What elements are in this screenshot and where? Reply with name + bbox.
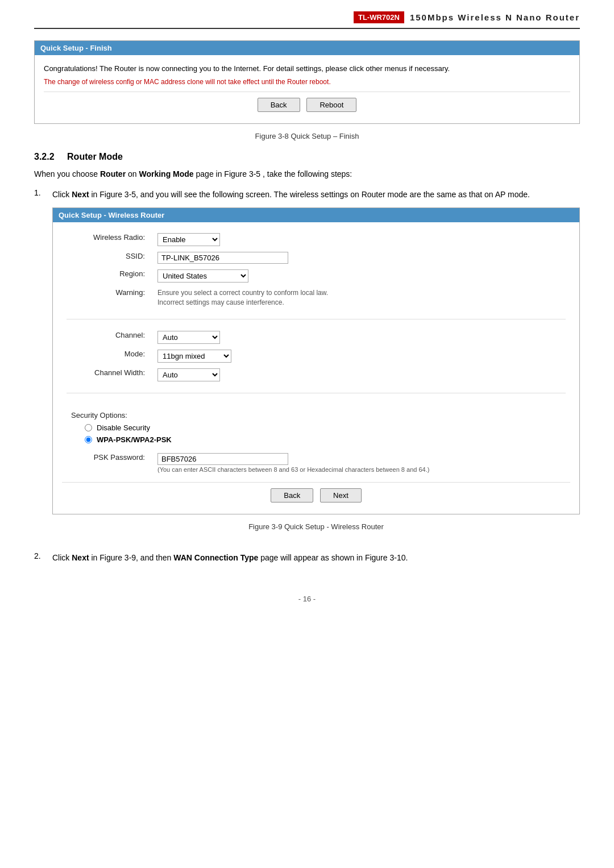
form-row-wireless-radio: Wireless Radio: Enable	[62, 230, 570, 249]
form-row-warning: Warning: Ensure you select a correct cou…	[62, 285, 570, 310]
figure9-panel: Quick Setup - Wireless Router Wireless R…	[52, 207, 580, 514]
section-heading: 3.2.2 Router Mode	[34, 152, 580, 162]
psk-input[interactable]	[157, 453, 288, 465]
figure9-btn-row: Back Next	[62, 482, 570, 506]
psk-form-table: PSK Password: (You can enter ASCII chara…	[62, 450, 570, 476]
psk-value: (You can enter ASCII characters between …	[153, 450, 570, 476]
warning-label: Warning:	[62, 285, 153, 310]
header-title: 150Mbps Wireless N Nano Router	[410, 13, 580, 22]
list-item-1-text: Click Next in Figure 3-5, and you will s…	[52, 188, 580, 201]
mode-value: 11bgn mixed	[153, 347, 570, 366]
section-number: 3.2.2	[34, 152, 55, 161]
security-options-section: Security Options: Disable Security WPA-P…	[62, 406, 570, 450]
page-header: TL-WR702N 150Mbps Wireless N Nano Router	[34, 11, 580, 29]
page-number: - 16 -	[34, 589, 580, 603]
list-item-2-text: Click Next in Figure 3-9, and then WAN C…	[52, 551, 580, 564]
list-item-1: 1. Click Next in Figure 3-5, and you wil…	[34, 188, 580, 542]
figure8-panel-body: Congratulations! The Router is now conne…	[35, 55, 579, 123]
figure9-panel-title: Quick Setup - Wireless Router	[53, 208, 579, 222]
security-wpa-label: WPA-PSK/WPA2-PSK	[97, 435, 172, 444]
form-row-channel: Channel: Auto	[62, 328, 570, 347]
security-disable-label: Disable Security	[97, 423, 150, 432]
model-badge: TL-WR702N	[354, 11, 404, 23]
region-select[interactable]: United States	[157, 269, 248, 283]
figure8-back-button[interactable]: Back	[258, 98, 300, 112]
finish-message: Congratulations! The Router is now conne…	[44, 63, 570, 74]
security-disable-radio[interactable]	[85, 424, 92, 431]
ssid-value	[153, 249, 570, 267]
form-row-psk: PSK Password: (You can enter ASCII chara…	[62, 450, 570, 476]
channel-width-select[interactable]: Auto	[157, 368, 220, 381]
figure8-btn-row: Back Reboot	[44, 92, 570, 115]
list-num-2: 2.	[34, 551, 52, 572]
warning-text: Ensure you select a correct country to c…	[153, 285, 570, 310]
warning-line1: Ensure you select a correct country to c…	[157, 289, 328, 297]
warning-line2: Incorrect settings may cause interferenc…	[157, 298, 284, 306]
figure9-panel-body: Wireless Radio: Enable SSID:	[53, 222, 579, 514]
channel-label: Channel:	[62, 328, 153, 347]
form-row-ssid: SSID:	[62, 249, 570, 267]
form-row-mode: Mode: 11bgn mixed	[62, 347, 570, 366]
figure8-panel: Quick Setup - Finish Congratulations! Th…	[34, 40, 580, 124]
ssid-label: SSID:	[62, 249, 153, 267]
wireless-radio-label: Wireless Radio:	[62, 230, 153, 249]
security-option-wpa: WPA-PSK/WPA2-PSK	[67, 434, 566, 446]
figure9-form-table: Wireless Radio: Enable SSID:	[62, 230, 570, 402]
finish-warning: The change of wireless config or MAC add…	[44, 78, 570, 86]
channel-width-label: Channel Width:	[62, 366, 153, 384]
psk-hint: (You can enter ASCII characters between …	[157, 466, 429, 473]
figure8-caption: Figure 3-8 Quick Setup – Finish	[34, 132, 580, 140]
channel-width-value: Auto	[153, 366, 570, 384]
list-num-1: 1.	[34, 188, 52, 542]
figure9-back-button[interactable]: Back	[271, 488, 313, 502]
psk-label: PSK Password:	[62, 450, 153, 476]
security-options-label: Security Options:	[67, 406, 566, 422]
figure9-next-button[interactable]: Next	[320, 488, 362, 502]
region-value: United States	[153, 267, 570, 285]
list-item-2: 2. Click Next in Figure 3-9, and then WA…	[34, 551, 580, 572]
figure9-caption: Figure 3-9 Quick Setup - Wireless Router	[52, 522, 580, 531]
mode-select[interactable]: 11bgn mixed	[157, 350, 231, 363]
wireless-radio-select[interactable]: Enable	[157, 233, 220, 246]
list-content-1: Click Next in Figure 3-5, and you will s…	[52, 188, 580, 542]
figure8-reboot-button[interactable]: Reboot	[306, 98, 356, 112]
security-wpa-radio[interactable]	[85, 436, 92, 443]
channel-value: Auto	[153, 328, 570, 347]
form-row-channel-width: Channel Width: Auto	[62, 366, 570, 384]
form-row-region: Region: United States	[62, 267, 570, 285]
wireless-radio-value: Enable	[153, 230, 570, 249]
figure8-panel-title: Quick Setup - Finish	[35, 41, 579, 55]
mode-label: Mode:	[62, 347, 153, 366]
intro-paragraph: When you choose Router on Working Mode p…	[34, 168, 580, 180]
ssid-input[interactable]	[157, 252, 288, 264]
list-content-2: Click Next in Figure 3-9, and then WAN C…	[52, 551, 580, 572]
section-title: Router Mode	[67, 152, 123, 161]
security-option-disable: Disable Security	[67, 422, 566, 434]
region-label: Region:	[62, 267, 153, 285]
channel-select[interactable]: Auto	[157, 331, 220, 344]
